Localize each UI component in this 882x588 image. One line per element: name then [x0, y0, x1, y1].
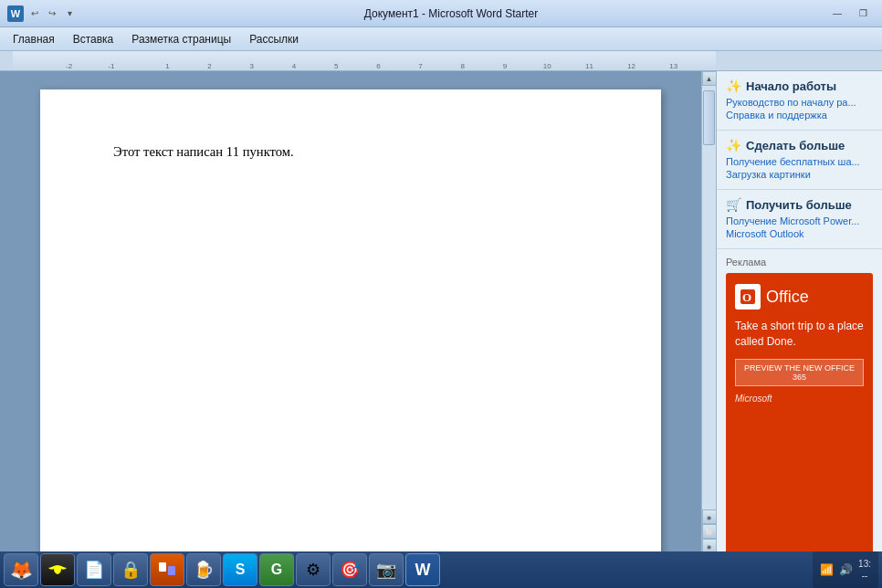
office-text: Office: [766, 288, 809, 307]
panel-section-more: ✨ Сделать больше Получение бесплатных ша…: [717, 131, 882, 190]
svg-rect-2: [159, 562, 166, 572]
scroll-thumb[interactable]: [703, 90, 715, 145]
scroll-small-1[interactable]: ◉: [702, 509, 717, 524]
taskbar-firefox[interactable]: 🦊: [4, 553, 38, 586]
ruler-mark: 5: [334, 62, 338, 70]
taskbar-beer[interactable]: 🍺: [186, 553, 221, 586]
taskbar-gear[interactable]: ⚙: [296, 553, 331, 586]
ruler-mark: 11: [585, 62, 593, 70]
ruler-mark: 7: [418, 62, 422, 70]
content-area: Этот текст написан 11 пунктом. ▲ ◉ ⬜ ◉ ▼: [0, 71, 882, 568]
doc-main: Этот текст написан 11 пунктом. ▲ ◉ ⬜ ◉ ▼: [0, 71, 716, 568]
panel-section-start: ✨ Начало работы Руководство по началу ра…: [717, 71, 882, 131]
taskbar-g[interactable]: G: [259, 553, 294, 586]
ruler-mark: 9: [503, 62, 507, 70]
taskbar-cam[interactable]: 📷: [369, 553, 404, 586]
office-logo: O Office: [735, 284, 864, 310]
undo-button[interactable]: ↩: [27, 6, 42, 21]
menu-bar: Главная Вставка Разметка страницы Рассыл…: [0, 27, 882, 51]
title-bar-left: W ↩ ↪ ▾: [7, 5, 77, 22]
taskbar-security[interactable]: 🔒: [113, 553, 148, 586]
ruler-track: -2 -1 1 2 3 4 5 6 7 8 9 10 11 12 13: [13, 51, 716, 70]
link-powerpoint[interactable]: Получение Microsoft Power...: [726, 215, 873, 226]
qa-dropdown[interactable]: ▾: [62, 6, 77, 21]
ad-section: Реклама O Office Take a short trip to a …: [717, 249, 882, 568]
page: Этот текст написан 11 пунктом.: [40, 89, 661, 564]
taskbar-word[interactable]: W: [405, 553, 440, 586]
svg-rect-3: [168, 566, 175, 575]
ruler-mark: 4: [292, 62, 296, 70]
right-panel: ✨ Начало работы Руководство по началу ра…: [716, 71, 882, 568]
menu-layout[interactable]: Разметка страницы: [122, 30, 240, 48]
minimize-button[interactable]: —: [825, 5, 849, 22]
start-icon: ✨: [726, 79, 741, 93]
taskbar-skype[interactable]: S: [223, 553, 257, 586]
microsoft-logo: Microsoft: [735, 394, 864, 404]
taskbar-batman[interactable]: [40, 553, 75, 586]
more-icon: ✨: [726, 138, 741, 152]
menu-mailings[interactable]: Рассылки: [240, 30, 308, 48]
taskbar-target[interactable]: 🎯: [332, 553, 367, 586]
ruler-mark: 1: [165, 62, 169, 70]
scroll-track[interactable]: [702, 86, 716, 509]
taskbar: 🦊 📄 🔒 🍺 S G ⚙ 🎯 📷 W 📶 🔊 13:--: [0, 551, 882, 588]
window-title: Документ1 - Microsoft Word Starter: [77, 7, 825, 20]
ruler-mark: -1: [108, 62, 114, 70]
menu-insert[interactable]: Вставка: [64, 30, 123, 48]
tray-time: 13:--: [858, 558, 871, 582]
doc-area: Этот текст написан 11 пунктом. ▲ ◉ ⬜ ◉ ▼: [0, 71, 716, 568]
ad-tagline: Take a short trip to a place called Done…: [735, 319, 864, 350]
quick-access-toolbar: ↩ ↪ ▾: [27, 6, 77, 21]
panel-title-start: ✨ Начало работы: [726, 79, 873, 93]
office-ad[interactable]: O Office Take a short trip to a place ca…: [726, 273, 873, 561]
scroll-small-2[interactable]: ⬜: [702, 524, 717, 539]
window-controls: — ❐: [825, 5, 875, 22]
taskbar-doc[interactable]: 📄: [77, 553, 111, 586]
ruler-right: [716, 51, 882, 70]
app-icon: W: [7, 5, 24, 22]
restore-button[interactable]: ❐: [851, 5, 875, 22]
ruler-mark: 3: [250, 62, 254, 70]
link-templates[interactable]: Получение бесплатных ша...: [726, 156, 873, 167]
ruler-mark: -2: [66, 62, 72, 70]
tray-network-icon: 📶: [820, 563, 834, 576]
system-tray: 📶 🔊 13:--: [813, 551, 878, 588]
ruler-mark: 8: [461, 62, 465, 70]
ruler: -2 -1 1 2 3 4 5 6 7 8 9 10 11 12 13: [0, 51, 882, 71]
document-canvas: Этот текст написан 11 пунктом.: [0, 71, 701, 568]
get-icon: 🛒: [726, 197, 741, 212]
taskbar-filezilla[interactable]: [150, 553, 184, 586]
link-outlook[interactable]: Microsoft Outlook: [726, 228, 873, 239]
svg-text:O: O: [742, 290, 751, 304]
link-images[interactable]: Загрузка картинки: [726, 169, 873, 180]
vertical-scrollbar[interactable]: ▲ ◉ ⬜ ◉ ▼: [701, 71, 716, 568]
preview-button[interactable]: PREVIEW THE NEW OFFICE 365: [735, 359, 864, 386]
ruler-mark: 10: [543, 62, 551, 70]
panel-title-more: ✨ Сделать больше: [726, 138, 873, 152]
link-support[interactable]: Справка и поддержка: [726, 110, 873, 121]
ad-label: Реклама: [726, 257, 873, 268]
ruler-mark: 12: [627, 62, 635, 70]
link-guide[interactable]: Руководство по началу ра...: [726, 97, 873, 108]
menu-home[interactable]: Главная: [4, 30, 64, 48]
ruler-left-margin: [0, 51, 13, 70]
title-bar: W ↩ ↪ ▾ Документ1 - Microsoft Word Start…: [0, 0, 882, 27]
ruler-mark: 6: [376, 62, 380, 70]
scroll-up-button[interactable]: ▲: [702, 71, 717, 86]
panel-section-get: 🛒 Получить больше Получение Microsoft Po…: [717, 190, 882, 249]
app-window: W ↩ ↪ ▾ Документ1 - Microsoft Word Start…: [0, 0, 882, 588]
panel-title-get: 🛒 Получить больше: [726, 197, 873, 212]
document-text: Этот текст написан 11 пунктом.: [113, 144, 588, 160]
office-icon: O: [735, 284, 761, 310]
ruler-mark: 2: [207, 62, 211, 70]
ruler-mark: 13: [669, 62, 677, 70]
redo-button[interactable]: ↪: [45, 6, 59, 21]
tray-volume-icon: 🔊: [839, 563, 853, 576]
